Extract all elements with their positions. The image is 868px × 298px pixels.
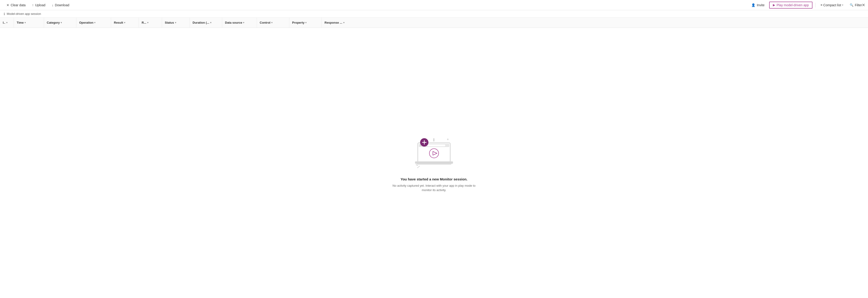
table-body: + You have started a new Monitor session…: [0, 28, 868, 298]
col-response-label: Response ...: [324, 21, 342, 24]
col-category-chevron-icon: ▾: [61, 21, 62, 24]
toolbar: ✕ Clear data ↑ Upload ↓ Download 👤 Invit…: [0, 0, 868, 10]
col-r-label: R...: [142, 21, 146, 24]
col-result-label: Result: [114, 21, 123, 24]
svg-rect-17: [434, 138, 434, 141]
upload-label: Upload: [35, 3, 45, 7]
table-header: I.. ▾ Time ▾ Category ▾ Operation ▾ Resu…: [0, 18, 868, 28]
clear-data-button[interactable]: ✕ Clear data: [4, 2, 28, 8]
col-header-id[interactable]: I.. ▾: [0, 18, 14, 28]
col-property-chevron-icon: ▾: [305, 21, 306, 24]
col-operation-chevron-icon: ▾: [94, 21, 95, 24]
col-control-label: Control: [260, 21, 270, 24]
upload-icon: ↑: [32, 3, 34, 7]
col-header-result[interactable]: Result ▾: [111, 18, 139, 28]
svg-rect-9: [419, 147, 449, 161]
col-header-status[interactable]: Status ▾: [162, 18, 190, 28]
col-header-r[interactable]: R... ▾: [139, 18, 162, 28]
col-status-label: Status: [165, 21, 174, 24]
compact-list-chevron-icon: ▾: [842, 4, 843, 6]
svg-line-19: [416, 165, 418, 166]
col-header-category[interactable]: Category ▾: [44, 18, 76, 28]
compact-list-button[interactable]: ≡ Compact list ▾: [818, 2, 845, 8]
upload-button[interactable]: ↑ Upload: [29, 2, 48, 8]
compact-list-icon: ≡: [820, 3, 823, 7]
col-time-label: Time: [17, 21, 24, 24]
clear-data-icon: ✕: [6, 3, 9, 7]
col-header-time[interactable]: Time ▾: [14, 18, 44, 28]
svg-text:+: +: [447, 137, 449, 141]
download-icon: ↓: [52, 3, 54, 7]
close-button[interactable]: ✕: [862, 3, 865, 7]
svg-rect-8: [427, 144, 445, 146]
toolbar-left: ✕ Clear data ↑ Upload ↓ Download: [4, 2, 748, 8]
toolbar-divider: [815, 3, 815, 7]
info-icon: ℹ: [4, 12, 5, 16]
download-label: Download: [55, 3, 69, 7]
col-result-chevron-icon: ▾: [124, 21, 125, 24]
col-control-chevron-icon: ▾: [271, 21, 273, 24]
col-datasource-label: Data source: [225, 21, 242, 24]
col-header-operation[interactable]: Operation ▾: [76, 18, 111, 28]
session-label: Model-driven app session: [7, 12, 41, 16]
empty-illustration: +: [411, 134, 457, 171]
play-icon: ▶: [773, 3, 775, 7]
col-duration-label: Duration (...: [193, 21, 209, 24]
main-content: I.. ▾ Time ▾ Category ▾ Operation ▾ Resu…: [0, 18, 868, 298]
col-category-label: Category: [47, 21, 60, 24]
col-time-chevron-icon: ▾: [25, 21, 26, 24]
col-datasource-chevron-icon: ▾: [243, 21, 244, 24]
col-duration-chevron-icon: ▾: [210, 21, 211, 24]
toolbar-right: 👤 Invite ▶ Play model-driven app ≡ Compa…: [749, 2, 864, 8]
col-header-control[interactable]: Control ▾: [257, 18, 289, 28]
invite-icon: 👤: [751, 3, 755, 7]
col-header-response[interactable]: Response ... ▾: [322, 18, 868, 28]
play-model-driven-app-button[interactable]: ▶ Play model-driven app: [769, 2, 812, 8]
col-property-label: Property: [292, 21, 304, 24]
filter-label: Filter: [855, 3, 862, 7]
download-button[interactable]: ↓ Download: [49, 2, 72, 8]
col-r-chevron-icon: ▾: [147, 21, 148, 24]
col-header-duration[interactable]: Duration (... ▾: [190, 18, 222, 28]
col-header-property[interactable]: Property ▾: [289, 18, 322, 28]
play-label: Play model-driven app: [777, 3, 809, 7]
invite-button[interactable]: 👤 Invite: [749, 2, 767, 8]
col-operation-label: Operation: [79, 21, 93, 24]
col-response-chevron-icon: ▾: [343, 21, 344, 24]
invite-label: Invite: [757, 3, 764, 7]
empty-state-subtitle: No activity captured yet. Interact with …: [390, 184, 478, 192]
clear-data-label: Clear data: [11, 3, 26, 7]
col-id-label: I..: [3, 21, 5, 24]
empty-state: + You have started a new Monitor session…: [0, 28, 868, 298]
col-header-datasource[interactable]: Data source ▾: [222, 18, 257, 28]
compact-list-label: Compact list: [823, 3, 841, 7]
svg-rect-12: [415, 161, 453, 164]
col-id-chevron-icon: ▾: [6, 21, 7, 24]
filter-icon: 🔍: [850, 3, 854, 7]
empty-state-title: You have started a new Monitor session.: [401, 177, 468, 181]
col-status-chevron-icon: ▾: [175, 21, 176, 24]
svg-line-18: [417, 166, 420, 168]
info-bar: ℹ Model-driven app session: [0, 10, 868, 18]
